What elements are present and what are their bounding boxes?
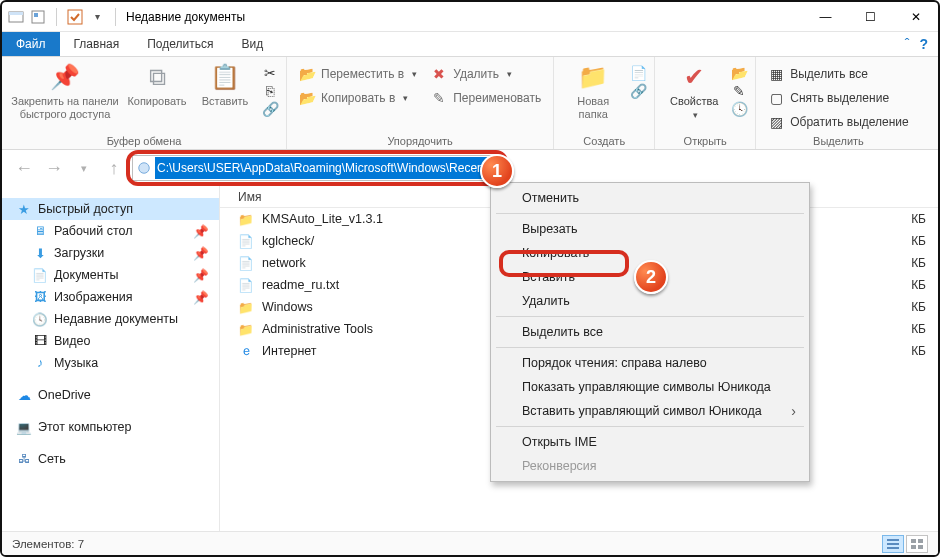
file-name-label: Интернет — [262, 344, 317, 358]
ctx-insert-unicode[interactable]: Вставить управляющий символ Юникода — [494, 399, 806, 423]
nav-desktop[interactable]: 🖥Рабочий стол📌 — [2, 220, 219, 242]
ctx-open-ime[interactable]: Открыть IME — [494, 430, 806, 454]
rename-icon: ✎ — [431, 90, 447, 106]
recent-locations-button[interactable]: ▾ — [72, 156, 96, 180]
file-name-label: readme_ru.txt — [262, 278, 339, 292]
close-button[interactable]: ✕ — [893, 2, 938, 32]
pin-icon: 📌 — [193, 290, 209, 305]
nav-music[interactable]: ♪Музыка — [2, 352, 219, 374]
delete-icon: ✖ — [431, 66, 447, 82]
qat-separator — [56, 8, 57, 26]
ctx-show-unicode[interactable]: Показать управляющие символы Юникода — [494, 375, 806, 399]
pin-icon: 📌 — [193, 246, 209, 261]
minimize-button[interactable]: — — [803, 2, 848, 32]
nav-documents[interactable]: 📄Документы📌 — [2, 264, 219, 286]
nav-videos[interactable]: 🎞Видео — [2, 330, 219, 352]
tab-home[interactable]: Главная — [60, 32, 134, 56]
file-size-label: КБ — [911, 300, 938, 314]
qat-dropdown-icon[interactable]: ▾ — [89, 9, 105, 25]
documents-icon: 📄 — [32, 267, 48, 283]
svg-rect-12 — [918, 545, 923, 549]
svg-rect-6 — [887, 539, 899, 541]
qat-properties-icon[interactable] — [30, 9, 46, 25]
nav-onedrive[interactable]: ☁OneDrive — [2, 384, 219, 406]
window-title: Недавние документы — [126, 10, 245, 24]
context-menu: Отменить Вырезать Копировать Вставить Уд… — [490, 182, 810, 482]
up-button[interactable]: ↑ — [102, 156, 126, 180]
qat-check-icon[interactable] — [67, 9, 83, 25]
view-details-button[interactable] — [882, 535, 904, 553]
rename-button[interactable]: ✎Переименовать — [427, 87, 545, 109]
pin-button[interactable]: 📌 Закрепить на панели быстрого доступа — [10, 61, 120, 120]
file-name-label: network — [262, 256, 306, 270]
file-icon: 📄 — [238, 233, 254, 249]
ctx-rtl[interactable]: Порядок чтения: справа налево — [494, 351, 806, 375]
select-all-button[interactable]: ▦Выделить все — [764, 63, 913, 85]
nav-recent-documents[interactable]: 🕓Недавние документы — [2, 308, 219, 330]
maximize-button[interactable]: ☐ — [848, 2, 893, 32]
ctx-cut[interactable]: Вырезать — [494, 217, 806, 241]
group-select: ▦Выделить все ▢Снять выделение ▨Обратить… — [756, 57, 921, 149]
address-input[interactable] — [155, 157, 501, 179]
new-folder-button[interactable]: 📁 Новая папка — [562, 61, 624, 120]
easy-access-icon[interactable]: 🔗 — [630, 83, 646, 99]
svg-rect-9 — [911, 539, 916, 543]
cut-icon[interactable]: ✂ — [262, 65, 278, 81]
move-to-button[interactable]: 📂Переместить в▾ — [295, 63, 421, 85]
star-icon: ★ — [16, 201, 32, 217]
paste-shortcut-icon[interactable]: 🔗 — [262, 101, 278, 117]
downloads-icon: ⬇ — [32, 245, 48, 261]
delete-button[interactable]: ✖Удалить▾ — [427, 63, 545, 85]
desktop-icon: 🖥 — [32, 223, 48, 239]
pin-icon: 📌 — [49, 61, 81, 93]
column-header-name[interactable]: Имя — [238, 190, 261, 204]
invert-selection-icon: ▨ — [768, 114, 784, 130]
history-icon[interactable]: 🕓 — [731, 101, 747, 117]
forward-button[interactable]: → — [42, 156, 66, 180]
nav-quick-access[interactable]: ★Быстрый доступ — [2, 198, 219, 220]
copy-path-icon[interactable]: ⎘ — [262, 83, 278, 99]
copy-to-icon: 📂 — [299, 90, 315, 106]
select-none-icon: ▢ — [768, 90, 784, 106]
svg-point-5 — [139, 163, 150, 174]
file-size-label: КБ — [911, 212, 938, 226]
nav-this-pc[interactable]: 💻Этот компьютер — [2, 416, 219, 438]
pin-icon: 📌 — [193, 224, 209, 239]
copy-button[interactable]: ⧉ Копировать — [126, 61, 188, 108]
view-large-button[interactable] — [906, 535, 928, 553]
nav-pictures[interactable]: 🖼Изображения📌 — [2, 286, 219, 308]
select-all-icon: ▦ — [768, 66, 784, 82]
properties-button[interactable]: ✔ Свойства ▾ — [663, 61, 725, 120]
tab-file[interactable]: Файл — [2, 32, 60, 56]
select-none-button[interactable]: ▢Снять выделение — [764, 87, 913, 109]
group-new: 📁 Новая папка 📄 🔗 Создать — [554, 57, 655, 149]
invert-selection-button[interactable]: ▨Обратить выделение — [764, 111, 913, 133]
nav-network[interactable]: 🖧Сеть — [2, 448, 219, 470]
group-organize: 📂Переместить в▾ 📂Копировать в▾ ✖Удалить▾… — [287, 57, 554, 149]
svg-rect-11 — [911, 545, 916, 549]
copy-to-button[interactable]: 📂Копировать в▾ — [295, 87, 421, 109]
ribbon-collapse-icon[interactable]: ˆ — [905, 36, 910, 52]
svg-rect-4 — [68, 10, 82, 24]
status-bar: Элементов: 7 — [2, 531, 938, 555]
new-item-icon[interactable]: 📄 — [630, 65, 646, 81]
nav-downloads[interactable]: ⬇Загрузки📌 — [2, 242, 219, 264]
file-name-label: KMSAuto_Lite_v1.3.1 — [262, 212, 383, 226]
ctx-undo[interactable]: Отменить — [494, 186, 806, 210]
thispc-icon: 💻 — [16, 419, 32, 435]
open-icon[interactable]: 📂 — [731, 65, 747, 81]
help-icon[interactable]: ? — [919, 36, 928, 52]
edit-icon[interactable]: ✎ — [731, 83, 747, 99]
status-text: Элементов: 7 — [12, 538, 84, 550]
address-icon — [133, 161, 155, 175]
ribbon-tabs: Файл Главная Поделиться Вид ˆ ? — [2, 32, 938, 57]
address-bar[interactable] — [132, 155, 502, 181]
paste-button[interactable]: 📋 Вставить — [194, 61, 256, 108]
tab-share[interactable]: Поделиться — [133, 32, 227, 56]
file-icon: 📄 — [238, 277, 254, 293]
file-icon: 📁 — [238, 321, 254, 337]
tab-view[interactable]: Вид — [227, 32, 277, 56]
group-open: ✔ Свойства ▾ 📂 ✎ 🕓 Открыть — [655, 57, 756, 149]
back-button[interactable]: ← — [12, 156, 36, 180]
ctx-select-all[interactable]: Выделить все — [494, 320, 806, 344]
